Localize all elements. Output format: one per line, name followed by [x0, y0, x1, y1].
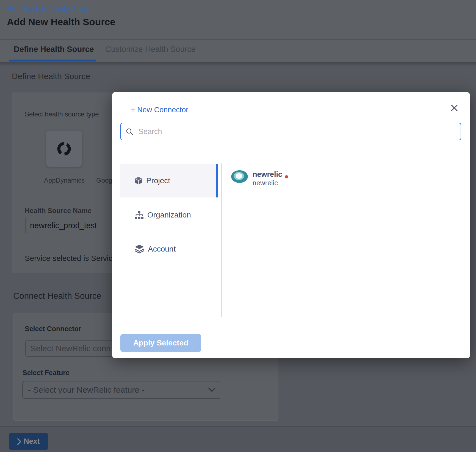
select-feature-dropdown[interactable]: - Select your NewRelic feature - — [22, 381, 221, 399]
scope-tab-label: Account — [148, 245, 176, 253]
modal-divider-bottom — [120, 323, 461, 323]
select-connector-label: Select Connector — [25, 325, 81, 333]
next-button-label: Next — [24, 437, 40, 446]
active-tab-underline — [9, 60, 96, 62]
source-type-label-google-clipped: Goog — [96, 177, 112, 184]
screen: Back to Verify Step Add New Health Sourc… — [0, 0, 476, 452]
new-connector-link[interactable]: + New Connector — [131, 106, 188, 114]
page-title: Add New Health Source — [7, 16, 115, 27]
sitemap-icon — [135, 211, 143, 219]
appdynamics-logo-icon — [56, 141, 72, 157]
newrelic-connector-icon — [231, 170, 248, 183]
service-selected-note: Service selected is Service_ — [25, 254, 121, 263]
connector-status-dot — [285, 175, 288, 178]
connector-select-modal: + New Connector Project — [112, 92, 470, 358]
close-icon[interactable] — [449, 102, 460, 113]
select-feature-placeholder: - Select your NewRelic feature - — [28, 385, 145, 395]
chevron-down-icon — [208, 388, 215, 392]
tab-customize-health-source[interactable]: Customize Health Source — [105, 45, 196, 54]
scope-tab-label: Organization — [147, 211, 191, 219]
select-feature-label: Select Feature — [23, 369, 70, 377]
scope-tab-label: Project — [146, 176, 170, 185]
scope-tab-account[interactable]: Account — [120, 240, 218, 258]
connector-name: newrelic — [253, 170, 282, 179]
page-footer — [0, 426, 476, 452]
next-button[interactable]: Next — [9, 433, 48, 450]
modal-divider-top — [120, 159, 461, 159]
health-source-name-label: Health Source Name — [25, 207, 92, 215]
select-source-type-label: Select health source type — [25, 110, 99, 118]
source-type-label-appdynamics: AppDynamics — [44, 177, 84, 184]
back-to-verify-link[interactable]: Back to Verify Step — [23, 4, 88, 13]
connector-id: newrelic — [253, 179, 278, 187]
search-input[interactable] — [138, 123, 457, 140]
define-section-title: Define Health Source — [12, 72, 90, 81]
scope-tab-project[interactable]: Project — [120, 164, 218, 197]
connect-section-title: Connect Health Source — [13, 291, 101, 301]
tab-define-health-source[interactable]: Define Health Source — [14, 45, 94, 54]
modal-vertical-divider — [222, 163, 222, 317]
connector-list-item-newrelic[interactable]: newrelic newrelic — [227, 167, 457, 190]
apply-selected-button[interactable]: Apply Selected — [120, 334, 201, 352]
chevron-right-icon — [17, 438, 21, 445]
search-icon — [126, 128, 133, 135]
source-type-tile-appdynamics[interactable] — [46, 131, 82, 167]
layers-icon — [135, 245, 144, 253]
search-box — [120, 123, 461, 140]
scope-tab-organization[interactable]: Organization — [120, 206, 218, 224]
back-arrow-icon[interactable] — [7, 4, 16, 13]
cube-icon — [135, 177, 142, 185]
